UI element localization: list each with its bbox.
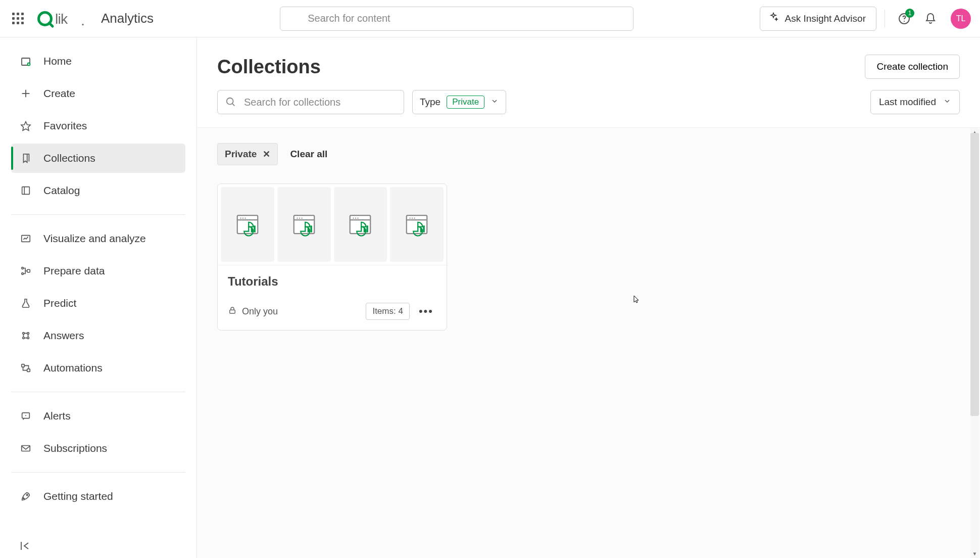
svg-rect-37 (254, 225, 255, 232)
svg-point-40 (299, 218, 300, 219)
global-search-input[interactable] (280, 7, 633, 31)
collections-search-input[interactable] (217, 90, 404, 114)
app-thumb-icon (290, 211, 318, 238)
sidebar-item-label: Getting started (43, 490, 113, 502)
sidebar-item-label: Collections (43, 152, 95, 164)
sidebar-item-label: Predict (43, 297, 76, 309)
sidebar-item-home[interactable]: Home (11, 46, 185, 76)
thumbnail (277, 187, 331, 262)
close-icon[interactable]: ✕ (263, 149, 270, 160)
mail-icon (19, 443, 32, 454)
svg-rect-13 (22, 187, 30, 195)
sidebar-item-subscriptions[interactable]: Subscriptions (11, 434, 185, 463)
help-button[interactable]: 1 (893, 8, 915, 30)
separator (11, 472, 185, 473)
sidebar-item-collections[interactable]: Collections (11, 144, 185, 173)
collection-card[interactable]: Tutorials Only you Items: 4 ••• (217, 183, 447, 331)
sidebar-item-catalog[interactable]: Catalog (11, 176, 185, 205)
thumbnail (390, 187, 444, 262)
content-area: ▲ ▼ Private ✕ Clear all (197, 128, 980, 558)
filter-chip-label: Private (225, 149, 257, 160)
svg-rect-43 (307, 228, 309, 232)
qlik-logo-icon: lik (37, 9, 88, 29)
svg-point-53 (410, 218, 411, 219)
create-collection-button[interactable]: Create collection (865, 55, 960, 79)
svg-point-3 (82, 24, 83, 25)
svg-point-48 (358, 218, 359, 219)
svg-rect-50 (364, 228, 365, 232)
svg-rect-36 (251, 228, 253, 232)
more-actions-button[interactable]: ••• (416, 305, 436, 318)
type-filter-dropdown[interactable]: Type Private (412, 90, 506, 114)
sidebar-item-label: Create (43, 87, 75, 100)
svg-point-16 (22, 267, 24, 269)
svg-rect-23 (22, 364, 25, 367)
svg-text:lik: lik (55, 11, 68, 27)
scroll-down-button[interactable]: ▼ (970, 549, 979, 558)
svg-marker-12 (21, 122, 30, 130)
svg-point-32 (240, 218, 241, 219)
svg-point-21 (23, 337, 25, 339)
star-icon (19, 120, 32, 131)
app-name: Analytics (101, 11, 154, 26)
help-badge: 1 (905, 9, 914, 18)
svg-point-7 (904, 21, 905, 22)
items-count: Items: 4 (366, 303, 409, 320)
sort-dropdown[interactable]: Last modified (870, 90, 960, 114)
sidebar-item-getting-started[interactable]: Getting started (11, 482, 185, 511)
answers-icon (19, 330, 32, 341)
sidebar-item-alerts[interactable]: Alerts (11, 401, 185, 431)
app-thumb-icon (347, 211, 374, 238)
search-icon (225, 97, 236, 110)
svg-point-29 (227, 98, 233, 105)
svg-line-30 (232, 104, 235, 106)
sidebar-item-prepare-data[interactable]: Prepare data (11, 256, 185, 286)
collapse-sidebar-button[interactable] (19, 541, 31, 553)
svg-point-46 (353, 218, 354, 219)
ask-insight-advisor-label: Ask Insight Advisor (785, 13, 866, 24)
plus-icon (19, 88, 32, 99)
user-avatar[interactable]: TL (951, 9, 971, 29)
sidebar-item-visualize[interactable]: Visualize and analyze (11, 224, 185, 253)
automations-icon (19, 362, 32, 374)
chevron-down-icon (491, 97, 499, 108)
app-launcher-button[interactable] (8, 9, 28, 29)
sidebar-item-automations[interactable]: Automations (11, 353, 185, 383)
sparkle-icon (768, 12, 778, 25)
svg-line-1 (49, 23, 53, 26)
sidebar-item-label: Alerts (43, 410, 71, 422)
qlik-logo[interactable]: lik (37, 9, 88, 29)
clear-all-filters[interactable]: Clear all (290, 149, 327, 160)
flow-icon (19, 265, 32, 276)
sidebar-item-favorites[interactable]: Favorites (11, 111, 185, 141)
bell-icon (924, 13, 937, 25)
svg-rect-59 (230, 310, 235, 313)
svg-rect-18 (27, 269, 30, 272)
svg-rect-24 (27, 369, 30, 372)
type-filter-value: Private (447, 96, 484, 109)
app-thumb-icon (234, 211, 261, 238)
separator (885, 10, 885, 28)
collection-title: Tutorials (228, 274, 436, 289)
svg-point-55 (414, 218, 415, 219)
svg-rect-58 (423, 225, 425, 232)
sort-label: Last modified (879, 97, 936, 108)
rocket-icon (19, 491, 32, 502)
sidebar: Home Create Favorites Collections Catalo (0, 37, 197, 558)
ask-insight-advisor-button[interactable]: Ask Insight Advisor (760, 7, 876, 31)
sidebar-item-predict[interactable]: Predict (11, 289, 185, 318)
alert-icon (19, 410, 32, 422)
card-thumbnails (218, 184, 447, 265)
svg-point-33 (242, 218, 243, 219)
notifications-button[interactable] (919, 8, 942, 30)
sidebar-item-create[interactable]: Create (11, 79, 185, 108)
sidebar-item-answers[interactable]: Answers (11, 321, 185, 350)
sidebar-item-label: Home (43, 55, 72, 67)
chevron-down-icon (943, 97, 951, 108)
collapse-icon (19, 541, 31, 551)
scrollbar-thumb[interactable] (970, 133, 979, 416)
separator (11, 214, 185, 215)
home-icon (19, 55, 32, 67)
bookmark-icon (19, 153, 32, 164)
filter-chip-private[interactable]: Private ✕ (217, 143, 278, 165)
